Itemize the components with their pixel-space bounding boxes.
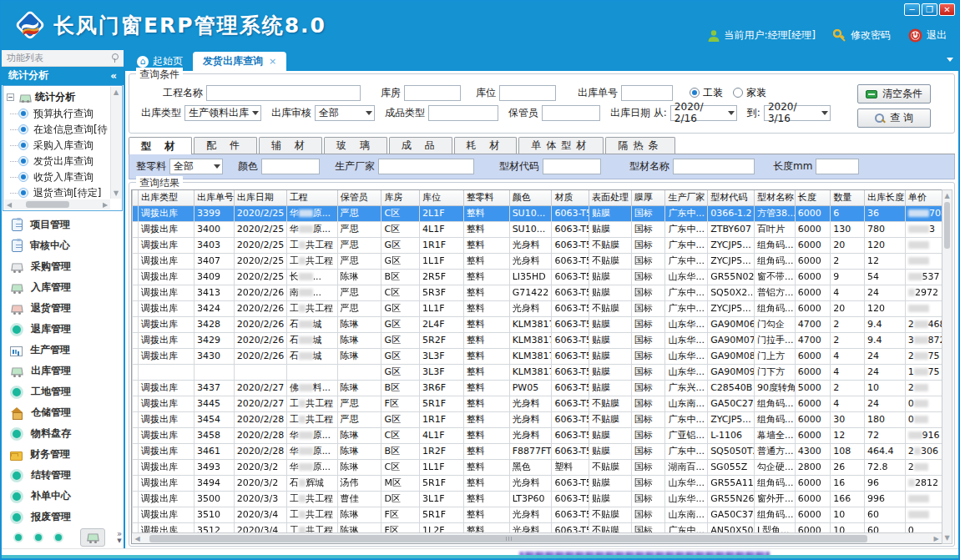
change-password-button[interactable]: 修改密码 [833, 28, 891, 43]
minimize-button[interactable]: ─ [904, 3, 920, 16]
date-from-select[interactable]: 2020/ 2/16 [670, 105, 737, 121]
profile-name-input[interactable] [673, 159, 755, 174]
table-row[interactable]: 调拨出库34302020/2/26石██城陈琳G区3L3F整料KLM381760… [133, 348, 942, 364]
table-row[interactable]: 调拨出库34002020/2/25华██原...严思C区4L1F整料SU10..… [133, 221, 942, 237]
tree-expander-icon[interactable] [7, 93, 14, 101]
tab-close-icon[interactable]: × [269, 56, 276, 67]
table-row[interactable]: 调拨出库34242020/2/26工█共工程严思G区1L1F整料光身料6063-… [133, 300, 942, 316]
tab-list-dropdown-icon[interactable] [947, 58, 953, 62]
sidebar-item-采购管理[interactable]: 采购管理 [2, 256, 124, 277]
column-header-出库日期[interactable]: 出库日期 [234, 190, 286, 205]
table-vertical-scrollbar[interactable]: ▲▼ [942, 189, 952, 544]
column-header-库位[interactable]: 库位 [420, 190, 464, 205]
color-input[interactable] [261, 159, 320, 174]
logout-button[interactable]: 退出 [908, 28, 947, 43]
material-tab-玻璃[interactable]: 玻 璃 [324, 137, 387, 154]
column-header-整零料[interactable]: 整零料 [463, 190, 509, 205]
column-header-生产厂家[interactable]: 生产厂家 [665, 190, 708, 205]
table-row[interactable]: 调拨出库34942020/3/2石█辉城汤伟M区5R1F整料光身料6063-T5… [133, 475, 942, 491]
product-type-input[interactable] [428, 105, 498, 121]
column-header-出库长度[interactable]: 出库长度 [864, 190, 905, 205]
material-tab-耗材[interactable]: 耗 材 [454, 137, 518, 154]
column-header-单价[interactable]: 单价 [905, 190, 942, 205]
tree-item-1[interactable]: 在途信息查询[待 [7, 122, 109, 138]
sidebar-item-财务管理[interactable]: 财务管理 [2, 444, 124, 465]
table-row[interactable]: 调拨出库34292020/2/26石██城陈琳G区5R2F整料KLM381760… [133, 332, 942, 348]
table-row[interactable]: 调拨出库34612020/2/28华██原...陈琳B区1R2F整料F8877F… [133, 443, 942, 459]
table-row[interactable]: G区3L3F整料KLM38176063-T5贴膜国标山东华...GA90M09.… [133, 364, 942, 380]
module-dot-icon[interactable] [33, 532, 43, 542]
module-cart-button[interactable] [80, 528, 105, 547]
sidebar-item-报废管理[interactable]: 报废管理 [2, 507, 124, 527]
material-tab-隔热条[interactable]: 隔热条 [605, 137, 675, 154]
material-tab-单体型材[interactable]: 单体型材 [518, 137, 604, 154]
sidebar-item-物料盘存[interactable]: 物料盘存 [2, 423, 124, 444]
table-row[interactable]: 调拨出库35002020/3/3工█共工程曹佳D区3L1F整料LT3P60606… [133, 491, 942, 507]
clear-conditions-button[interactable]: 清空条件 [857, 84, 931, 103]
column-header-出库类型[interactable]: 出库类型 [139, 190, 195, 205]
table-row[interactable]: 调拨出库34072020/2/25工█共工程严思G区1L1F整料光身料6063-… [133, 253, 942, 269]
column-header-材质[interactable]: 材质 [552, 190, 589, 205]
column-header-膜厚[interactable]: 膜厚 [631, 190, 665, 205]
column-header-型材名称[interactable]: 型材名称 [754, 190, 795, 205]
material-tab-配件[interactable]: 配 件 [194, 137, 257, 154]
column-header-出库单号[interactable]: 出库单号 [195, 190, 235, 205]
table-row[interactable]: 调拨出库33992020/2/25华██原...严思C区2L1F整料SU10..… [133, 205, 942, 221]
collapse-icon[interactable]: « [110, 70, 117, 82]
search-button[interactable]: 查 询 [857, 108, 931, 128]
material-tab-辅材[interactable]: 辅 材 [259, 137, 322, 154]
material-tab-型材[interactable]: 型 材 [129, 137, 192, 155]
column-header-型材代码[interactable]: 型材代码 [708, 190, 755, 205]
material-tab-成品[interactable]: 成 品 [389, 137, 452, 154]
date-to-select[interactable]: 2020/ 3/16 [764, 105, 831, 121]
sidebar-section-header[interactable]: 统计分析 « [2, 67, 124, 85]
table-row[interactable]: 调拨出库34542020/2/28工█共工程严思G区1R1F整料光身料6063-… [133, 411, 942, 427]
sidebar-item-生产管理[interactable]: 生产管理 [2, 340, 124, 361]
module-dot-icon[interactable] [13, 532, 23, 542]
order-no-input[interactable] [621, 85, 673, 101]
audit-select[interactable]: 全部 [315, 105, 375, 121]
module-dot-icon[interactable] [53, 532, 63, 542]
sidebar-item-入库管理[interactable]: 入库管理 [2, 277, 124, 298]
column-header-长度[interactable]: 长度 [795, 190, 831, 205]
table-row[interactable]: 调拨出库34132020/2/26南██...严思C区5R3F整料G714226… [133, 285, 942, 300]
tab-shipment-outbound-query[interactable]: 发货出库查询 × [193, 52, 286, 71]
tree-horizontal-scrollbar[interactable]: ◀▶ [4, 199, 110, 209]
pin-icon[interactable] [111, 53, 119, 63]
project-name-input[interactable] [206, 85, 361, 101]
close-button[interactable]: ✕ [939, 3, 955, 16]
keeper-input[interactable] [542, 105, 600, 121]
whole-part-select[interactable]: 全部 [169, 159, 223, 174]
table-row[interactable]: 调拨出库34582020/2/28华██原...陈琳C区4L1F整料光身料606… [133, 427, 942, 443]
tree-item-5[interactable]: 退货查询[待定] [7, 185, 109, 199]
more-modules-chevron[interactable]: » [117, 531, 122, 537]
column-header-数量[interactable]: 数量 [831, 190, 865, 205]
table-row[interactable]: 调拨出库34092020/2/25长██...陈琳B区2R5F整料LI35HD6… [133, 269, 942, 285]
tree-root-node[interactable]: 统计分析 [7, 89, 109, 106]
tree-vertical-scrollbar[interactable]: ▲▼ [110, 87, 121, 199]
table-row[interactable]: 调拨出库34032020/2/25工█共工程严思G区1R1F整料光身料6063-… [133, 237, 942, 253]
sidebar-item-出库管理[interactable]: 出库管理 [2, 361, 124, 381]
column-header-工程[interactable]: 工程 [286, 190, 337, 205]
sidebar-item-工地管理[interactable]: 工地管理 [2, 381, 124, 402]
tree-item-0[interactable]: 预算执行查询 [7, 106, 109, 122]
table-row[interactable]: 调拨出库34282020/2/26石██城陈琳G区2L4F整料KLM381760… [133, 316, 942, 332]
table-row[interactable]: 调拨出库35102020/3/4工█共工程陈琳F区5R1F整料光身料6063-T… [133, 507, 942, 522]
sidebar-item-退库管理[interactable]: 退库管理 [2, 319, 124, 340]
length-input[interactable] [816, 159, 859, 174]
maximize-button[interactable]: ❐ [922, 3, 937, 16]
sidebar-item-审核中心[interactable]: 审核中心 [2, 235, 124, 256]
table-horizontal-scrollbar[interactable]: ◀ ▶ [132, 532, 942, 543]
sidebar-item-仓储管理[interactable]: 仓储管理 [2, 402, 124, 423]
table-row[interactable]: 调拨出库34372020/2/27佛██料...陈琳B区3R6F整料PW0560… [133, 380, 942, 396]
out-type-select[interactable]: 生产领料出库 [184, 105, 261, 121]
column-header-保管员[interactable]: 保管员 [337, 190, 381, 205]
table-row[interactable]: 调拨出库34452020/2/27工█共工程严思F区5R1F整料光身料6063-… [133, 396, 942, 411]
sidebar-item-补单中心[interactable]: 补单中心 [2, 486, 124, 507]
sidebar-item-项目管理[interactable]: 项目管理 [2, 214, 124, 235]
gongzhuang-radio[interactable] [690, 88, 700, 98]
maker-input[interactable] [378, 159, 474, 174]
tree-item-3[interactable]: 发货出库查询 [7, 154, 109, 169]
location-input[interactable] [499, 85, 556, 101]
chevron-down-icon[interactable]: ▼ [117, 537, 121, 544]
